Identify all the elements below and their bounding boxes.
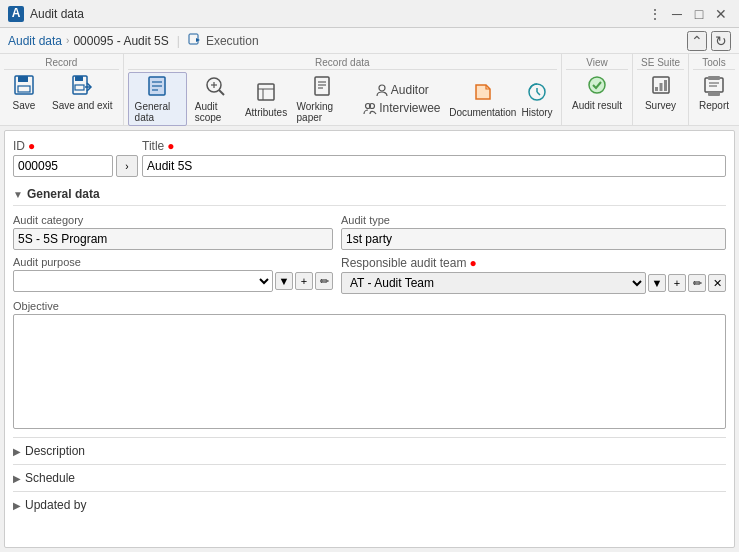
interviewee-label: Interviewee <box>379 101 440 115</box>
history-button[interactable]: History <box>517 79 557 120</box>
svg-rect-39 <box>708 92 720 96</box>
schedule-section[interactable]: ▶ Schedule <box>13 464 726 491</box>
svg-rect-36 <box>664 80 667 91</box>
objective-label: Objective <box>13 300 726 312</box>
audit-result-button[interactable]: Audit result <box>566 72 628 113</box>
general-data-section-label: General data <box>27 187 100 201</box>
team-clear-btn[interactable]: ✕ <box>708 274 726 292</box>
responsible-team-select[interactable]: AT - Audit Team <box>341 272 646 294</box>
audit-purpose-select[interactable] <box>13 270 273 292</box>
updated-by-arrow: ▶ <box>13 500 21 511</box>
svg-rect-8 <box>75 76 83 81</box>
audit-result-icon <box>586 74 608 99</box>
audit-type-input[interactable] <box>341 228 726 250</box>
audit-purpose-wrap: ▼ + ✏ <box>13 270 333 292</box>
updated-by-label: Updated by <box>25 498 86 512</box>
team-add-btn[interactable]: + <box>668 274 686 292</box>
description-label: Description <box>25 444 85 458</box>
attributes-button[interactable]: Attributes <box>244 79 289 120</box>
breadcrumb-bar: Audit data › 000095 - Audit 5S | Executi… <box>0 28 739 54</box>
toolbar-group-view: View Audit result <box>562 54 633 125</box>
audit-scope-button[interactable]: Audit scope <box>189 73 242 125</box>
svg-text:A: A <box>12 7 21 20</box>
svg-rect-9 <box>75 85 84 90</box>
general-data-section-header[interactable]: ▼ General data <box>13 183 726 206</box>
working-paper-label: Working paper <box>297 101 348 123</box>
breadcrumb-current: 000095 - Audit 5S <box>73 34 168 48</box>
report-icon <box>703 74 725 99</box>
objective-textarea[interactable] <box>13 314 726 429</box>
title-required-marker: ● <box>167 139 174 153</box>
responsible-team-label: Responsible audit team ● <box>341 256 726 270</box>
breadcrumb-divider: | <box>177 34 180 48</box>
history-icon <box>526 81 548 106</box>
responsible-team-wrap: AT - Audit Team ▼ + ✏ ✕ <box>341 272 726 294</box>
working-paper-button[interactable]: Working paper <box>291 73 354 125</box>
interviewee-button[interactable]: Interviewee <box>357 99 446 117</box>
general-data-button[interactable]: General data <box>128 72 187 126</box>
main-content: ID ● › Title ● ▼ General data Audit cate… <box>4 130 735 548</box>
title-input[interactable] <box>142 155 726 177</box>
save-exit-button[interactable]: Save and exit <box>46 72 119 113</box>
title-bar: A Audit data ⋮ ─ □ ✕ <box>0 0 739 28</box>
working-paper-icon <box>311 75 333 100</box>
tools-group-label: Tools <box>693 56 735 70</box>
breadcrumb-audit-data[interactable]: Audit data <box>8 34 62 48</box>
maximize-button[interactable]: □ <box>689 4 709 24</box>
survey-button[interactable]: Survey <box>639 72 682 113</box>
documentation-button[interactable]: Documentation <box>451 79 516 120</box>
id-input[interactable] <box>13 155 113 177</box>
record-group-label: Record <box>4 56 119 70</box>
audit-purpose-dropdown-btn[interactable]: ▼ <box>275 272 293 290</box>
svg-rect-35 <box>659 83 662 91</box>
menu-button[interactable]: ⋮ <box>645 4 665 24</box>
audit-purpose-add-btn[interactable]: + <box>295 272 313 290</box>
general-data-icon <box>146 75 168 100</box>
audit-category-field: Audit category <box>13 214 333 250</box>
svg-rect-6 <box>18 86 30 92</box>
title-label: Title ● <box>142 139 726 153</box>
svg-point-32 <box>589 77 605 93</box>
minimize-button[interactable]: ─ <box>667 4 687 24</box>
report-button[interactable]: Report <box>693 72 735 113</box>
updated-by-section[interactable]: ▶ Updated by <box>13 491 726 518</box>
id-required-marker: ● <box>28 139 35 153</box>
id-label: ID ● <box>13 139 138 153</box>
id-field-group: ID ● › <box>13 139 138 177</box>
id-nav-button[interactable]: › <box>116 155 138 177</box>
toolbar: Record Save <box>0 54 739 126</box>
schedule-label: Schedule <box>25 471 75 485</box>
audit-category-input[interactable] <box>13 228 333 250</box>
svg-line-16 <box>219 90 224 95</box>
execution-label: Execution <box>206 34 259 48</box>
auditor-icon: Auditor <box>375 83 429 97</box>
svg-rect-37 <box>705 78 723 92</box>
audit-type-label: Audit type <box>341 214 726 226</box>
save-exit-icon <box>71 74 93 99</box>
audit-purpose-edit-btn[interactable]: ✏ <box>315 272 333 290</box>
app-icon: A <box>8 6 24 22</box>
svg-point-26 <box>379 85 385 91</box>
auditor-label: Auditor <box>391 83 429 97</box>
save-button[interactable]: Save <box>4 72 44 113</box>
report-label: Report <box>699 100 729 111</box>
close-button[interactable]: ✕ <box>711 4 731 24</box>
description-section[interactable]: ▶ Description <box>13 437 726 464</box>
team-edit-btn[interactable]: ✏ <box>688 274 706 292</box>
schedule-arrow: ▶ <box>13 473 21 484</box>
responsible-team-field: Responsible audit team ● AT - Audit Team… <box>341 256 726 294</box>
auditor-button[interactable]: Auditor <box>369 81 435 99</box>
toolbar-group-tools: Tools Report <box>689 54 739 125</box>
audit-purpose-label: Audit purpose <box>13 256 333 268</box>
svg-rect-34 <box>655 87 658 91</box>
description-arrow: ▶ <box>13 446 21 457</box>
svg-rect-38 <box>708 76 720 80</box>
collapse-button[interactable]: ⌃ <box>687 31 707 51</box>
team-dropdown-btn[interactable]: ▼ <box>648 274 666 292</box>
view-group-label: View <box>566 56 628 70</box>
refresh-button[interactable]: ↻ <box>711 31 731 51</box>
svg-line-31 <box>537 92 540 95</box>
interviewee-icon: Interviewee <box>363 101 440 115</box>
general-data-label: General data <box>135 101 180 123</box>
audit-category-label: Audit category <box>13 214 333 226</box>
